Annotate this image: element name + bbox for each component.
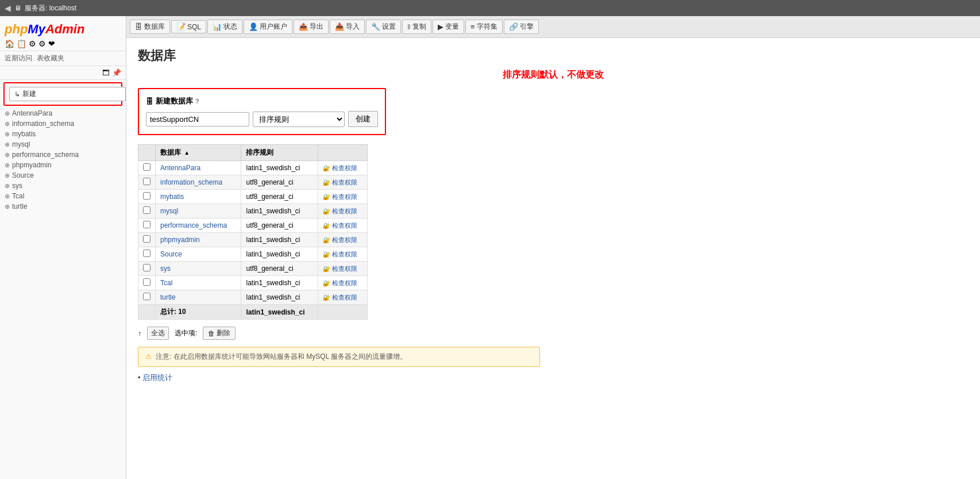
sidebar-item-mysql[interactable]: ⊕ mysql — [0, 139, 126, 150]
create-button[interactable]: 创建 — [348, 111, 378, 127]
toolbar-btn-settings[interactable]: 🔧 设置 — [366, 20, 401, 34]
new-db-name-input[interactable] — [146, 112, 249, 127]
db-name-link[interactable]: information_schema — [160, 178, 222, 186]
sidebar-item-mybatis[interactable]: ⊕ mybatis — [0, 129, 126, 139]
table-row: turtle latin1_swedish_ci 🔐 检查权限 — [138, 290, 368, 305]
db-name-link[interactable]: turtle — [160, 293, 176, 301]
server-title: 服务器: localhost — [25, 3, 76, 13]
info-icon[interactable]: ? — [195, 98, 199, 105]
db-name-link[interactable]: mysql — [160, 207, 178, 215]
table-row: performance_schema utf8_general_ci 🔐 检查权… — [138, 219, 368, 233]
toolbar-btn-users[interactable]: 👤 用户账户 — [244, 20, 292, 34]
toolbar-btn-charset[interactable]: ≡ 字符集 — [465, 20, 503, 34]
toolbar-btn-import[interactable]: 📥 导入 — [330, 20, 365, 34]
row-db-name-cell: phpmyadmin — [156, 233, 241, 247]
row-checkbox[interactable] — [143, 250, 151, 257]
gear-icon-1[interactable]: ⚙ — [29, 39, 36, 48]
toolbar-btn-status[interactable]: 📊 状态 — [207, 20, 242, 34]
db-name-link[interactable]: Source — [160, 250, 182, 258]
privilege-link[interactable]: 检查权限 — [332, 208, 357, 214]
toolbar-btn-replicate[interactable]: ⫴ 复制 — [402, 20, 431, 34]
new-db-form-title: 🗄 新建数据库 ? — [146, 96, 378, 106]
sidebar-item-sys[interactable]: ⊕ sys — [0, 181, 126, 191]
row-checkbox[interactable] — [143, 163, 151, 171]
row-checkbox-cell — [138, 262, 156, 276]
users-label: 用户账户 — [260, 22, 287, 32]
privilege-link[interactable]: 检查权限 — [332, 193, 357, 200]
db-name-header[interactable]: 数据库 ▲ — [156, 145, 241, 161]
collapse-icon[interactable]: 🗔 — [102, 68, 110, 77]
privilege-link[interactable]: 检查权限 — [332, 179, 357, 186]
row-collation-cell: latin1_swedish_ci — [241, 204, 318, 219]
recent-link[interactable]: 近期访问 — [5, 53, 32, 63]
privilege-link[interactable]: 检查权限 — [332, 236, 357, 243]
db-name-link[interactable]: mybatis — [160, 193, 184, 201]
collation-select[interactable]: 排序规则 latin1_swedish_ci utf8_general_ci — [253, 112, 345, 127]
new-db-form-box: 🗄 新建数据库 ? 排序规则 latin1_swedish_ci utf8_ge… — [138, 88, 386, 135]
new-db-button[interactable]: ↳ 新建 — [9, 87, 126, 101]
heart-icon[interactable]: ❤ — [48, 39, 55, 48]
delete-button[interactable]: 🗑 删除 — [203, 327, 236, 340]
privilege-icon: 🔐 — [323, 294, 330, 301]
toolbar-btn-database[interactable]: 🗄 数据库 — [130, 20, 170, 34]
row-checkbox[interactable] — [143, 293, 151, 300]
total-actions-cell — [318, 305, 368, 320]
replicate-label: 复制 — [412, 22, 426, 32]
db-name-link[interactable]: AntennaPara — [160, 164, 200, 172]
home-icon[interactable]: 🏠 — [5, 39, 14, 48]
privilege-link[interactable]: 检查权限 — [332, 251, 357, 258]
row-checkbox[interactable] — [143, 206, 151, 214]
db-name-link[interactable]: performance_schema — [160, 221, 227, 229]
privilege-link[interactable]: 检查权限 — [332, 265, 357, 272]
list-icon[interactable]: 📋 — [17, 39, 26, 48]
pin-icon[interactable]: 📌 — [112, 68, 121, 77]
row-checkbox[interactable] — [143, 278, 151, 286]
sidebar-item-antennapara[interactable]: ⊕ AntennaPara — [0, 108, 126, 118]
select-all-button[interactable]: 全选 — [147, 327, 169, 340]
privilege-link[interactable]: 检查权限 — [332, 164, 357, 171]
toolbar-btn-variables[interactable]: ▶ 变量 — [433, 20, 464, 34]
settings-icon: 🔧 — [371, 22, 380, 31]
privilege-link[interactable]: 检查权限 — [332, 294, 357, 301]
db-name-link[interactable]: Tcal — [160, 279, 172, 287]
sidebar-item-tcal[interactable]: ⊕ Tcal — [0, 191, 126, 201]
favorites-link[interactable]: 表收藏夹 — [37, 53, 64, 63]
sidebar-item-information-schema[interactable]: ⊕ information_schema — [0, 118, 126, 129]
toolbar-btn-export[interactable]: 📤 导出 — [294, 20, 329, 34]
sidebar-item-turtle[interactable]: ⊕ turtle — [0, 201, 126, 212]
sidebar-item-performance-schema[interactable]: ⊕ performance_schema — [0, 150, 126, 160]
privilege-icon: 🔐 — [323, 208, 330, 214]
database-icon: 🗄 — [135, 22, 142, 31]
row-privilege-cell: 🔐 检查权限 — [318, 262, 368, 276]
sidebar-item-source[interactable]: ⊕ Source — [0, 170, 126, 181]
engine-icon: 🔗 — [509, 22, 518, 31]
row-checkbox[interactable] — [143, 221, 151, 228]
back-button[interactable]: ◀ — [5, 3, 11, 13]
enable-stats-link[interactable]: 启用统计 — [142, 373, 172, 382]
db-name-link[interactable]: sys — [160, 265, 171, 273]
db-name-link[interactable]: phpmyadmin — [160, 236, 200, 244]
row-privilege-cell: 🔐 检查权限 — [318, 290, 368, 305]
row-checkbox[interactable] — [143, 178, 151, 185]
row-checkbox[interactable] — [143, 192, 151, 200]
row-db-name-cell: AntennaPara — [156, 161, 241, 175]
title-bar: ◀ 🖥 服务器: localhost — [0, 0, 980, 16]
enable-stats: • 启用统计 — [138, 373, 969, 383]
row-checkbox[interactable] — [143, 235, 151, 243]
row-collation-cell: latin1_swedish_ci — [241, 247, 318, 262]
row-checkbox[interactable] — [143, 264, 151, 271]
logo-my: My — [28, 22, 45, 36]
gear-icon-2[interactable]: ⚙ — [38, 39, 46, 48]
privilege-link[interactable]: 检查权限 — [332, 222, 357, 229]
export-label: 导出 — [310, 22, 323, 32]
toolbar-btn-sql[interactable]: 📝 SQL — [171, 20, 206, 33]
collation-header: 排序规则 — [241, 145, 318, 161]
main-layout: phpMyAdmin 🏠 📋 ⚙ ⚙ ❤ 近期访问 表收藏夹 🗔 📌 ↳ 新建 — [0, 16, 980, 479]
privilege-link[interactable]: 检查权限 — [332, 279, 357, 286]
row-collation-cell: utf8_general_ci — [241, 175, 318, 190]
toolbar-btn-engine[interactable]: 🔗 引擎 — [504, 20, 539, 34]
sidebar-item-phpmyadmin[interactable]: ⊕ phpmyadmin — [0, 160, 126, 170]
table-row: mysql latin1_swedish_ci 🔐 检查权限 — [138, 204, 368, 219]
row-db-name-cell: performance_schema — [156, 219, 241, 233]
row-checkbox-cell — [138, 233, 156, 247]
